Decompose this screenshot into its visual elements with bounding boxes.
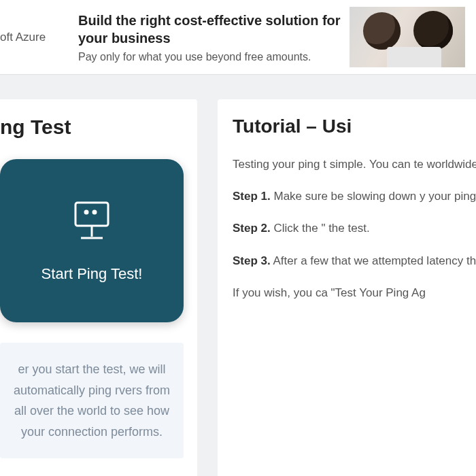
ad-text-block: Build the right cost-effective solution … [71, 12, 350, 63]
start-ping-test-label: Start Ping Test! [41, 265, 143, 283]
tutorial-closing: If you wish, you ca "Test Your Ping Ag [233, 284, 476, 302]
svg-point-2 [93, 211, 96, 214]
svg-rect-0 [75, 203, 108, 226]
tutorial-panel: Tutorial – Usi Testing your ping t simpl… [218, 99, 476, 476]
tutorial-title: Tutorial – Usi [233, 116, 476, 137]
ad-image [350, 7, 465, 67]
tutorial-step-2: Step 2. Click the " the test. [233, 219, 476, 237]
tutorial-intro: Testing your ping t simple. You can te w… [233, 155, 476, 173]
ad-headline: Build the right cost-effective solution … [78, 12, 350, 47]
tutorial-body: Testing your ping t simple. You can te w… [233, 155, 476, 302]
tutorial-step-1: Step 1. Make sure be slowing down y your… [233, 187, 476, 205]
ping-test-panel: ng Test Start Ping Test! er you start th… [0, 99, 197, 476]
ad-banner[interactable]: oft Azure Build the right cost-effective… [0, 0, 476, 75]
svg-point-1 [85, 211, 88, 214]
ad-brand-label: oft Azure [0, 31, 71, 44]
ping-info-box: er you start the test, we will automatic… [0, 343, 184, 458]
tutorial-step-3: Step 3. After a few that we attempted la… [233, 252, 476, 270]
ping-test-title: ng Test [0, 116, 184, 139]
ad-subtext: Pay only for what you use beyond free am… [78, 51, 350, 63]
start-ping-test-button[interactable]: Start Ping Test! [0, 159, 184, 322]
monitor-icon [67, 199, 116, 248]
